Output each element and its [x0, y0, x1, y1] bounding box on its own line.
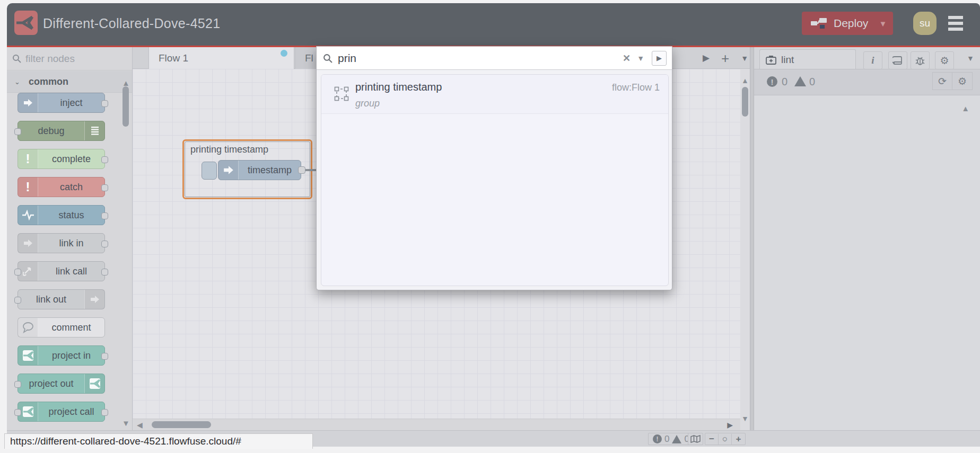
header-bar: Different-Collared-Dove-4521 Deploy ▼ su — [7, 3, 980, 46]
output-port[interactable] — [101, 100, 108, 107]
deploy-button[interactable]: Deploy ▼ — [802, 12, 893, 35]
flowfuse-icon — [84, 374, 104, 393]
output-port[interactable] — [101, 269, 108, 276]
link-icon — [84, 290, 104, 309]
palette-node-project-out[interactable]: project out — [18, 374, 105, 394]
output-port[interactable] — [101, 353, 108, 360]
browser-status-tooltip: https://different-collared-dove-4521.flo… — [4, 433, 313, 449]
palette-node-status[interactable]: status — [18, 205, 105, 225]
output-port[interactable] — [101, 409, 108, 416]
book-icon — [892, 56, 903, 65]
palette-node-link-in[interactable]: link in — [18, 233, 105, 253]
input-port[interactable] — [14, 381, 21, 388]
inject-arrow-icon — [218, 161, 239, 180]
sidebar-splitter[interactable] — [750, 47, 754, 430]
result-type: group — [355, 98, 380, 109]
instance-title: Different-Collared-Dove-4521 — [43, 16, 221, 31]
config-tab-button[interactable]: ⚙ — [935, 51, 954, 69]
scroll-down-icon[interactable]: ▼ — [741, 414, 749, 423]
scroll-left-icon[interactable]: ◀ — [137, 421, 143, 429]
palette-node-inject[interactable]: inject — [18, 93, 105, 113]
exclamation-icon: ! — [18, 177, 38, 197]
info-tab-button[interactable]: i — [863, 51, 882, 69]
palette-node-project-call[interactable]: project call — [18, 402, 105, 422]
sidebar-tab-lint[interactable]: lint — [759, 49, 856, 69]
palette-node-comment[interactable]: comment — [18, 317, 105, 337]
search-input[interactable] — [338, 52, 614, 65]
input-port[interactable] — [14, 297, 21, 304]
palette-node-link-call[interactable]: link call — [18, 261, 105, 281]
tab-list-caret-icon[interactable]: ▼ — [741, 54, 748, 63]
output-port[interactable] — [101, 156, 108, 163]
inject-arrow-icon — [18, 93, 38, 112]
tab-scroll-right-icon[interactable]: ▶ — [703, 52, 710, 64]
v-scrollbar-thumb[interactable] — [742, 87, 748, 117]
debug-lines-icon — [84, 121, 104, 140]
debug-tab-button[interactable] — [911, 51, 930, 69]
help-tab-button[interactable] — [888, 51, 907, 69]
search-results-list: printing timestamp group flow:Flow 1 — [321, 74, 669, 286]
output-port[interactable] — [101, 184, 108, 191]
output-port[interactable] — [298, 166, 305, 174]
error-count-icon: ! — [767, 76, 777, 87]
canvas-vertical-scrollbar[interactable]: ▲ ▼ — [740, 69, 750, 430]
palette-node-catch[interactable]: ! catch — [18, 177, 105, 197]
scroll-up-icon[interactable]: ▲ — [741, 76, 749, 85]
wire — [305, 169, 317, 171]
palette-node-complete[interactable]: ! complete — [18, 149, 105, 169]
output-port[interactable] — [101, 212, 108, 219]
search-expand-button[interactable]: ▶ — [652, 51, 667, 66]
lint-settings-button[interactable]: ⚙ — [952, 72, 973, 90]
output-port[interactable] — [101, 241, 108, 247]
canvas-horizontal-scrollbar[interactable]: ◀ ▶ — [133, 419, 740, 430]
lint-toolbar: ! 0 0 ⟳ ⚙ — [754, 69, 980, 95]
map-icon — [690, 435, 701, 443]
tab-flow-1[interactable]: Flow 1 — [148, 47, 294, 69]
palette-scroll-down-icon[interactable]: ▼ — [122, 419, 130, 428]
input-port[interactable] — [14, 409, 21, 416]
inject-node-timestamp[interactable]: timestamp — [218, 160, 301, 180]
sidebar-scroll-up-icon[interactable]: ▲ — [961, 104, 969, 113]
palette-filter-placeholder: filter nodes — [25, 53, 75, 65]
palette-node-debug[interactable]: debug — [18, 121, 105, 141]
lint-warning-count: 0 — [809, 76, 815, 88]
add-flow-button[interactable]: + — [721, 53, 729, 64]
navigator-button[interactable] — [688, 433, 703, 445]
search-options-caret-icon[interactable]: ▼ — [637, 54, 644, 63]
palette-scrollbar-thumb[interactable] — [122, 86, 129, 127]
chevron-down-icon: ⌄ — [14, 78, 20, 86]
palette-node-list: inject debug ! complete ! catch status — [7, 93, 132, 430]
palette-node-link-out[interactable]: link out — [18, 289, 105, 309]
search-bar: ✕ ▼ ▶ — [317, 47, 672, 70]
palette-filter-field[interactable]: filter nodes — [7, 47, 132, 70]
error-count-icon: ! — [653, 434, 662, 443]
input-port[interactable] — [14, 128, 21, 135]
search-flows-dialog: ✕ ▼ ▶ printing timestamp group flow:Flow… — [316, 46, 672, 290]
group-icon — [334, 86, 349, 101]
user-avatar[interactable]: su — [913, 12, 937, 35]
zoom-reset-button[interactable]: ○ — [719, 434, 732, 445]
zoom-out-button[interactable]: − — [705, 434, 719, 445]
warning-triangle-icon — [672, 435, 681, 443]
refresh-button[interactable]: ⟳ — [932, 72, 952, 90]
notification-counts-button[interactable]: ! 0 0 — [648, 433, 694, 445]
sidebar-menu-caret-icon[interactable]: ▼ — [967, 54, 974, 63]
warning-triangle-icon — [794, 76, 806, 86]
clear-search-icon[interactable]: ✕ — [623, 52, 631, 64]
h-scrollbar-thumb[interactable] — [152, 421, 211, 428]
search-result-item[interactable]: printing timestamp group flow:Flow 1 — [321, 75, 668, 114]
search-icon — [323, 54, 332, 63]
pulse-icon — [18, 206, 38, 225]
lint-results-panel: ▲ — [754, 95, 980, 430]
main-menu-button[interactable] — [948, 16, 963, 31]
deploy-dropdown-caret-icon[interactable]: ▼ — [879, 19, 887, 28]
group-label: printing timestamp — [190, 144, 268, 155]
palette-category-common[interactable]: ⌄ common — [7, 71, 132, 93]
node-red-editor-window: Different-Collared-Dove-4521 Deploy ▼ su… — [7, 3, 980, 447]
zoom-in-button[interactable]: + — [732, 434, 745, 445]
palette-node-project-in[interactable]: project in — [18, 345, 105, 366]
flowfuse-logo-icon — [14, 11, 38, 35]
scroll-right-icon[interactable]: ▶ — [727, 421, 733, 429]
input-port[interactable] — [14, 269, 21, 276]
inject-trigger-button[interactable] — [202, 162, 217, 180]
